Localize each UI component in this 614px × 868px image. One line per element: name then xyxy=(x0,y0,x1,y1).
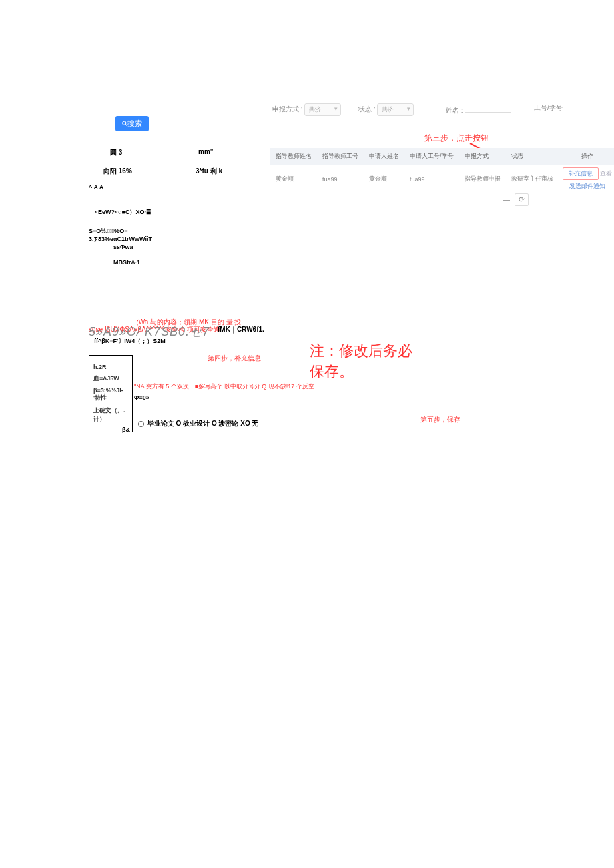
bottom-line2b: fMK｜CRW6f1. xyxy=(218,325,264,334)
filter-id-label: 工号/学号 xyxy=(534,104,563,111)
filter-mode: 申报方式 : 共济 xyxy=(272,103,341,116)
cell-action: 补充信息 查看 发送邮件通知 xyxy=(559,165,614,193)
col-apply-mode: 申报方式 xyxy=(459,148,506,165)
left-frag-r1a: 圓 3 xyxy=(110,148,122,157)
cell-status: 教研室主任审核 xyxy=(506,165,559,193)
cell-applicant-name: 黄金顺 xyxy=(364,165,404,193)
box-r4a: 上碇文（。.计） xyxy=(93,406,128,424)
filter-id: 工号/学号 xyxy=(534,103,563,113)
left-frag-r2b: 3*fu 利 k xyxy=(196,167,222,176)
left-frag-r6: MBSfrΛ·1 xyxy=(113,259,140,266)
radio-row: 毕业论文 O 欤业设计 O 涉密论 XO 无 xyxy=(137,419,258,428)
col-teacher-name: 指导教师姓名 xyxy=(270,148,317,165)
filter-name: 姓名 : xyxy=(446,103,511,115)
left-frag-r5c: ssΦwa xyxy=(113,244,133,250)
applications-table: 指导教师姓名 指导教师工号 申请人姓名 申请人工号/学号 申报方式 状态 操作 … xyxy=(270,148,614,193)
col-status: 状态 xyxy=(506,148,559,165)
filter-status-label: 状态 : xyxy=(358,105,376,113)
cell-applicant-id: tua99 xyxy=(404,165,459,193)
col-applicant-id: 申请人工号/学号 xyxy=(404,148,459,165)
table-row: 黄金顺 tua99 黄金顺 tua99 指导教师申报 教研室主任审核 补充信息 … xyxy=(270,165,614,193)
inline-red1: "NA 突方有 5 个双次，■多写高个 以中取分号分 Q.现不缺!17 个反空 xyxy=(134,382,314,391)
pager-dash: — xyxy=(503,195,510,203)
box-r1: h.2R xyxy=(93,364,128,370)
big-note-1: 注：修改后务必 xyxy=(310,340,412,362)
radio-labels: 毕业论文 O 欤业设计 O 涉密论 XO 无 xyxy=(147,420,259,427)
left-frag-r3: ^ A A xyxy=(89,184,103,191)
pager: — ⟳ xyxy=(503,193,529,206)
box-r4b: β& xyxy=(122,426,130,433)
filter-mode-label: 申报方式 : xyxy=(272,105,303,113)
left-frag-r1b: mm" xyxy=(198,148,214,155)
bottom-line3: ff^βK≡F'〕IW4（；）S2M xyxy=(94,337,166,346)
col-action: 操作 xyxy=(559,148,614,165)
big-note-2: 保存。 xyxy=(310,360,354,382)
outline-box: h.2R 血≡ΛJ5W β≡3;%½Jl-'特性 上碇文（。.计） xyxy=(89,355,133,432)
filter-status: 状态 : 共济 xyxy=(358,103,414,116)
table-header-row: 指导教师姓名 指导教师工号 申请人姓名 申请人工号/学号 申报方式 状态 操作 xyxy=(270,148,614,165)
step4-callout: 第四步，补充信息 xyxy=(208,354,261,363)
radio-icon[interactable] xyxy=(138,421,144,427)
box-r3a: β≡3;%½Jl-'特性 xyxy=(93,387,123,401)
col-applicant-name: 申请人姓名 xyxy=(364,148,404,165)
col-teacher-id: 指导教师工号 xyxy=(317,148,364,165)
cell-apply-mode: 指导教师申报 xyxy=(459,165,506,193)
filter-name-input[interactable] xyxy=(465,103,511,113)
cell-teacher-name: 黄金顺 xyxy=(270,165,317,193)
left-frag-r5a: S≡O½.买᷂᷉%O≡ xyxy=(89,228,127,234)
view-link[interactable]: 查看 xyxy=(600,170,612,177)
left-frag-r4: «EeW?«○■C）XO·≣ xyxy=(95,208,151,217)
filter-mode-select[interactable]: 共济 xyxy=(304,103,341,116)
box-r2: 血≡ΛJ5W xyxy=(93,374,128,383)
left-frag-r2a: 向阳 16% xyxy=(103,167,132,176)
filter-name-label: 姓名 : xyxy=(446,107,463,114)
notify-link[interactable]: 发送邮件通知 xyxy=(563,182,613,191)
step5-callout: 第五步，保存 xyxy=(420,415,460,424)
search-button[interactable]: 搜索 xyxy=(115,116,149,131)
step3-callout: 第三步，点击按钮 xyxy=(424,133,489,144)
filter-status-select[interactable]: 共济 xyxy=(377,103,414,116)
supplement-button[interactable]: 补充信息 xyxy=(563,167,599,180)
left-frag-r5b: 3.∑83%eαC1trWwWiiT xyxy=(89,236,152,242)
box-r3b: Φ≡0» xyxy=(134,394,149,401)
cell-teacher-id: tua99 xyxy=(317,165,364,193)
pager-refresh[interactable]: ⟳ xyxy=(515,193,529,206)
